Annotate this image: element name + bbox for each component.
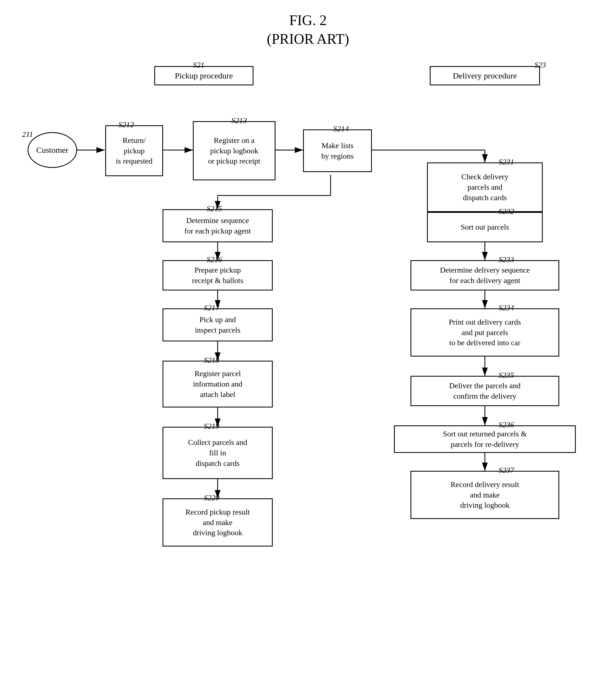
s218-box: Register parcel information and attach l… (162, 361, 273, 408)
s215-box: Determine sequence for each pickup agent (162, 209, 273, 242)
s216-box: Prepare pickup receipt & ballots (162, 260, 273, 291)
s213-box: Register on a pickup logbook or pickup r… (193, 121, 276, 180)
s232-label: S232 (499, 207, 514, 216)
s236-label: S236 (499, 420, 514, 429)
s214-label: S214 (333, 124, 349, 133)
s219-label: S219 (204, 422, 219, 431)
s233-label: S233 (499, 255, 514, 264)
s231-label: S231 (499, 158, 514, 166)
diagram-container: Pickup procedure S21 Delivery procedure … (0, 55, 616, 683)
s215-label: S215 (206, 204, 222, 213)
s21-label: S21 (193, 61, 204, 69)
s233-box: Determine delivery sequence for each del… (411, 260, 559, 291)
s234-box: Print out delivery cards and put parcels… (411, 309, 559, 357)
s235-box: Deliver the parcels and confirm the deli… (411, 376, 559, 406)
s217-label: S217 (204, 303, 219, 312)
s231-box: Check delivery parcels and dispatch card… (427, 162, 543, 212)
s237-box: Record delivery result and make driving … (411, 471, 559, 519)
title-line2: (PRIOR ART) (0, 30, 616, 48)
s214-box: Make lists by regions (303, 130, 372, 172)
s212-box: Return/ pickup is requested (105, 125, 163, 176)
s220-box: Record pickup result and make driving lo… (162, 498, 273, 547)
s235-label: S235 (499, 371, 514, 380)
s237-label: S237 (499, 466, 514, 475)
s219-box: Collect parcels and fill in dispatch car… (162, 427, 273, 479)
s23-label: S23 (534, 61, 546, 69)
delivery-procedure-box: Delivery procedure (430, 66, 540, 85)
s236-box: Sort out returned parcels & parcels for … (394, 425, 576, 453)
s217-box: Pick up and inspect parcels (162, 309, 273, 341)
customer-id-label: 211 (22, 130, 33, 139)
s216-label: S216 (206, 255, 222, 264)
s218-label: S218 (204, 356, 219, 365)
s220-label: S220 (204, 494, 219, 502)
s234-label: S234 (499, 303, 514, 312)
title-line1: FIG. 2 (0, 11, 616, 30)
s232-box: Sort out parcels (427, 212, 543, 242)
page-title: FIG. 2 (PRIOR ART) (0, 0, 616, 48)
customer-oval: Customer (27, 132, 77, 168)
s213-label: S213 (232, 116, 247, 125)
s212-label: S212 (118, 120, 134, 129)
